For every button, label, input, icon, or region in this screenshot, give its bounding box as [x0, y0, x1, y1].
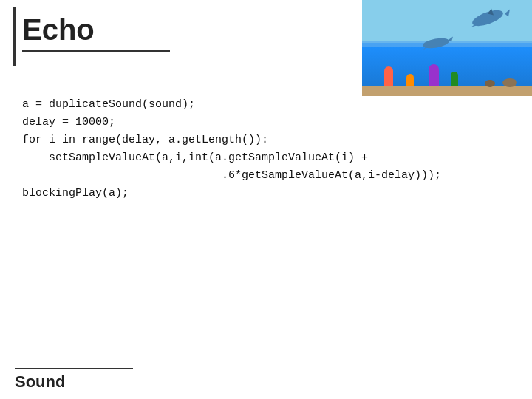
svg-marker-2	[505, 10, 510, 17]
code-area: a = duplicateSound(sound); delay = 10000…	[22, 96, 517, 202]
ocean-sand	[362, 86, 532, 96]
left-border-accent	[13, 7, 16, 66]
bottom-label: Sound	[15, 372, 163, 392]
rock-1	[502, 78, 517, 87]
title-area: Echo	[22, 13, 273, 52]
rock-2	[485, 80, 495, 87]
dolphins-svg	[362, 0, 532, 58]
slide-title: Echo	[22, 13, 273, 46]
title-underline	[22, 50, 170, 52]
ocean-background	[362, 0, 532, 96]
slide: Echo	[0, 0, 532, 399]
ocean-image	[362, 0, 532, 96]
svg-point-4	[422, 36, 450, 50]
bottom-label-underline	[15, 368, 133, 369]
code-block: a = duplicateSound(sound); delay = 10000…	[22, 96, 517, 202]
svg-point-0	[471, 7, 505, 29]
bottom-label-area: Sound	[15, 368, 163, 392]
